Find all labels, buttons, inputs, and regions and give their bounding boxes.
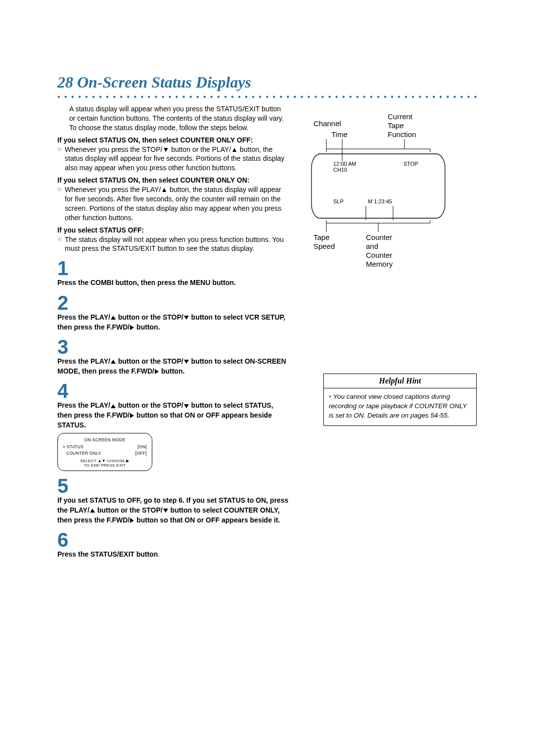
right-triangle-icon <box>130 413 134 418</box>
tv-counter: M 1:23:45 <box>368 198 392 204</box>
osd-mockup: ON-SCREEN MODE > STATUS[ON] COUNTER ONLY… <box>57 433 152 471</box>
label-tapespeed-2: Speed <box>313 242 335 250</box>
right-triangle-icon <box>155 369 159 374</box>
tv-channel: CH10 <box>333 167 347 173</box>
label-current: Current <box>388 112 412 121</box>
step-1-number: 1 <box>57 258 289 278</box>
page-number: 28 <box>57 73 73 91</box>
down-triangle-icon <box>184 316 189 320</box>
tv-outline-icon <box>307 139 455 233</box>
page-title: 28On-Screen Status Displays <box>57 73 477 92</box>
condition-1-body: Whenever you press the STOP/▼ button or … <box>65 145 289 173</box>
label-counter-2: and <box>366 242 378 250</box>
helpful-hint-title: Helpful Hint <box>323 374 477 388</box>
step-1-text: Press the COMBI button, then press the M… <box>57 278 289 288</box>
tv-stop: STOP <box>403 161 418 167</box>
helpful-hint-box: Helpful Hint •You cannot view closed cap… <box>323 374 477 426</box>
osd-footer-line2: TO END PRESS EXIT <box>63 463 147 468</box>
osd-footer-line1: SELECT ▲▼ CHOOSE ▶ <box>63 459 147 463</box>
bullet-icon <box>57 237 62 241</box>
step-2-text: Press the PLAY/ button or the STOP/ butt… <box>57 313 289 332</box>
condition-2-body: Whenever you press the PLAY/▲ button, th… <box>65 185 289 223</box>
step-6-number: 6 <box>57 530 289 550</box>
step-3-text: Press the PLAY/ button or the STOP/ butt… <box>57 357 289 376</box>
bullet-icon <box>57 187 62 191</box>
tv-slp: SLP <box>333 198 344 204</box>
label-counter-3: Counter <box>366 251 392 259</box>
tv-clock: 12:00 AM <box>333 161 356 167</box>
step-5-number: 5 <box>57 476 289 496</box>
down-triangle-icon <box>184 404 189 408</box>
label-tape: Tape <box>388 121 404 130</box>
osd-title: ON-SCREEN MODE <box>63 437 147 442</box>
up-triangle-icon <box>111 404 116 408</box>
down-triangle-icon <box>184 360 189 364</box>
step-2-number: 2 <box>57 293 289 313</box>
step-3-number: 3 <box>57 337 289 357</box>
osd-row-status: > STATUS <box>63 444 84 449</box>
osd-row-status-value: [ON] <box>137 444 147 449</box>
osd-row-counteronly-value: [OFF] <box>135 451 147 456</box>
helpful-hint-body: •You cannot view closed captions during … <box>323 388 477 426</box>
right-triangle-icon <box>130 518 134 523</box>
intro-paragraph: A status display will appear when you pr… <box>69 104 289 133</box>
label-tapespeed-1: Tape <box>313 233 330 241</box>
step-6-text: Press the STATUS/EXIT button. <box>57 550 289 560</box>
svg-rect-0 <box>312 154 445 218</box>
up-triangle-icon <box>111 316 116 320</box>
label-counter-1: Counter <box>366 233 392 241</box>
title-text: On-Screen Status Displays <box>77 73 251 91</box>
label-function: Function <box>388 130 416 139</box>
label-channel: Channel <box>313 119 341 128</box>
down-triangle-icon <box>163 509 168 513</box>
step-4-number: 4 <box>57 381 289 401</box>
up-triangle-icon <box>90 509 95 513</box>
condition-1-heading: If you select STATUS ON, then select COU… <box>57 136 289 145</box>
bullet-icon <box>57 147 62 151</box>
condition-3-heading: If you select STATUS OFF: <box>57 226 289 235</box>
bullet-icon: • <box>329 393 331 400</box>
label-time: Time <box>331 130 348 139</box>
osd-row-counteronly: COUNTER ONLY <box>63 451 101 456</box>
condition-2-heading: If you select STATUS ON, then select COU… <box>57 176 289 185</box>
step-5-text: If you set STATUS to OFF, go to step 6. … <box>57 496 289 525</box>
up-triangle-icon <box>111 360 116 364</box>
condition-3-body: The status display will not appear when … <box>65 235 289 254</box>
label-counter-4: Memory <box>366 260 393 268</box>
right-triangle-icon <box>130 325 134 330</box>
step-4-text: Press the PLAY/ button or the STOP/ butt… <box>57 401 289 430</box>
dotted-rule: • • • • • • • • • • • • • • • • • • • • … <box>57 93 477 101</box>
